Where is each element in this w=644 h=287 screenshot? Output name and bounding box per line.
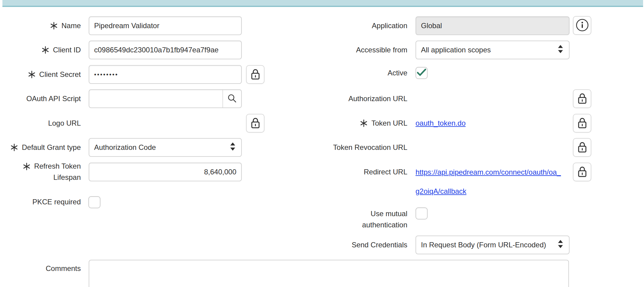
redirect-url-lock-button[interactable] <box>573 163 591 181</box>
active-checkbox[interactable] <box>416 67 428 79</box>
redirect-url-link[interactable]: https://api.pipedream.com/connect/oauth/… <box>416 168 561 195</box>
oauth-api-script-input[interactable] <box>89 90 222 107</box>
client-secret-lock-button[interactable] <box>246 65 264 84</box>
default-grant-type-label: Default Grant type <box>0 138 81 157</box>
oauth-api-script-field <box>89 89 242 108</box>
default-grant-type-select[interactable]: Authorization Code <box>89 138 242 157</box>
send-credentials-label: Send Credentials <box>286 236 407 254</box>
required-asterisk-icon <box>23 162 31 170</box>
logo-url-lock-button[interactable] <box>246 114 264 133</box>
application-input <box>416 16 570 35</box>
required-asterisk-icon <box>360 119 368 127</box>
application-info-button[interactable] <box>573 16 591 35</box>
lock-icon <box>577 166 587 179</box>
oauth-registry-form: Name Client ID Client Secret OAuth API S… <box>0 0 644 287</box>
info-icon <box>576 18 589 33</box>
accessible-from-label: Accessible from <box>286 41 407 59</box>
lock-icon <box>577 141 587 154</box>
required-asterisk-icon <box>50 22 58 30</box>
checkmark-icon <box>417 69 426 77</box>
pkce-required-label: PKCE required <box>0 196 81 208</box>
token-url-value: oauth_token.do <box>416 114 465 133</box>
client-id-label: Client ID <box>0 41 81 59</box>
search-icon <box>227 94 237 104</box>
authorization-url-label: Authorization URL <box>286 89 407 108</box>
active-label: Active <box>286 67 407 79</box>
redirect-url-value: https://api.pipedream.com/connect/oauth/… <box>416 163 572 201</box>
token-url-link[interactable]: oauth_token.do <box>416 119 465 127</box>
oauth-api-script-label: OAuth API Script <box>0 89 81 108</box>
pkce-required-checkbox[interactable] <box>88 196 100 208</box>
use-mutual-authentication-label: Use mutual authentication <box>286 208 407 231</box>
select-stepper-icon <box>230 143 235 153</box>
send-credentials-select[interactable]: In Request Body (Form URL-Encoded) <box>416 236 570 254</box>
accessible-from-select[interactable]: All application scopes <box>416 41 570 59</box>
oauth-api-script-lookup-button[interactable] <box>222 90 241 107</box>
logo-url-label: Logo URL <box>0 114 81 133</box>
application-label: Application <box>286 16 407 35</box>
comments-textarea[interactable] <box>89 260 569 287</box>
comments-label: Comments <box>0 260 81 277</box>
required-asterisk-icon <box>10 144 18 151</box>
name-label: Name <box>0 16 81 35</box>
form-header-bar <box>2 0 643 7</box>
lock-icon <box>577 92 587 105</box>
authorization-url-lock-button[interactable] <box>573 89 591 108</box>
required-asterisk-icon <box>28 71 36 78</box>
lock-icon <box>250 117 261 130</box>
token-url-lock-button[interactable] <box>573 114 591 133</box>
client-id-input[interactable] <box>89 41 242 59</box>
client-secret-input[interactable] <box>89 65 242 84</box>
required-asterisk-icon <box>41 46 49 54</box>
use-mutual-authentication-checkbox[interactable] <box>416 207 428 219</box>
token-revocation-url-label: Token Revocation URL <box>286 138 407 157</box>
name-input[interactable] <box>89 16 242 35</box>
redirect-url-label: Redirect URL <box>286 163 407 181</box>
select-stepper-icon <box>558 240 563 250</box>
lock-icon <box>577 117 587 130</box>
refresh-token-lifespan-input[interactable] <box>89 163 242 181</box>
token-url-label: Token URL <box>286 114 407 133</box>
select-stepper-icon <box>558 45 563 55</box>
client-secret-label: Client Secret <box>0 65 81 84</box>
token-revocation-url-lock-button[interactable] <box>573 138 591 157</box>
lock-icon <box>250 68 261 81</box>
refresh-token-lifespan-label: Refresh Token Lifespan <box>0 160 81 183</box>
